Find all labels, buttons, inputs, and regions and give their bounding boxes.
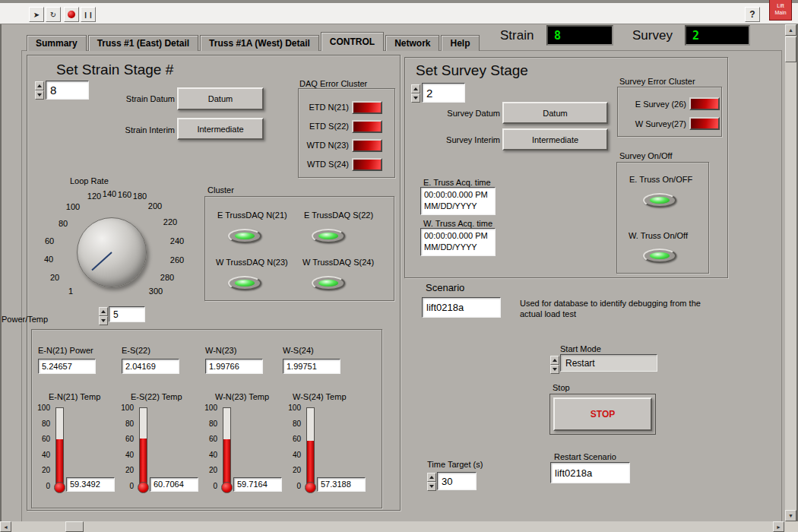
scale-tick: 40: [286, 451, 301, 459]
time-target-input[interactable]: [437, 472, 477, 490]
scroll-left-icon[interactable]: ◄: [0, 521, 11, 532]
start-mode-ring[interactable]: Restart: [560, 354, 657, 372]
thermometer-bulb: [54, 482, 65, 493]
power-value-display: 1.99751: [283, 359, 340, 374]
badge-line2: Main: [770, 9, 791, 16]
scale-tick: 80: [286, 420, 301, 428]
power-label: E-N(21) Power: [38, 346, 93, 356]
start-mode-stepper[interactable]: [550, 356, 559, 371]
daq-led-label: WTD S(24): [302, 160, 349, 169]
power-label: E-S(22): [122, 346, 150, 356]
thermometer-e-n21: 100 80 60 40 20 0 59.3492: [35, 404, 116, 505]
cluster-led-label: E TrussDAQ S(22): [304, 211, 373, 220]
horizontal-scroll-thumb[interactable]: [65, 521, 84, 532]
scroll-down-icon[interactable]: ▼: [785, 510, 796, 521]
strain-datum-button[interactable]: Datum: [177, 87, 264, 110]
survey-stage-display: 2: [685, 25, 750, 46]
scenario-input[interactable]: [422, 297, 501, 318]
knob-tick-label: 80: [59, 219, 68, 228]
time-target-stepper[interactable]: [427, 473, 436, 489]
restart-scenario-input[interactable]: [550, 462, 630, 483]
loop-rate-increment-icon[interactable]: [99, 307, 108, 316]
scale-tick: 0: [202, 483, 217, 490]
stop-button[interactable]: STOP: [553, 397, 652, 431]
scroll-up-icon[interactable]: ▲: [785, 24, 796, 36]
strain-stage-decrement-icon[interactable]: [35, 90, 44, 100]
survey-stage-stepper[interactable]: [411, 84, 420, 103]
scroll-right-icon[interactable]: ►: [773, 521, 784, 532]
power-temp-label: Power/Temp: [2, 315, 48, 325]
wtd-s24-led: [352, 158, 382, 171]
tab-truss1-east-detail[interactable]: Truss #1 (East) Detail: [88, 35, 198, 51]
abort-icon: [68, 11, 75, 18]
set-survey-stage-panel: Set Survey Stage Survey Datum Datum Surv…: [404, 57, 728, 278]
strain-interim-button[interactable]: Intermediate: [177, 118, 264, 140]
cluster-title: Cluster: [207, 185, 234, 195]
survey-datum-button[interactable]: Datum: [502, 102, 608, 124]
thermometer-tube: [55, 407, 64, 486]
badge-line1: Lift: [770, 2, 791, 9]
run-button[interactable]: ➤: [29, 7, 44, 22]
e-trussdaq-n21-led[interactable]: [228, 229, 261, 243]
loop-rate-decrement-icon[interactable]: [99, 316, 108, 325]
time-target-decrement-icon[interactable]: [427, 482, 436, 491]
loop-rate-stepper[interactable]: [99, 307, 108, 322]
scale-tick: 80: [35, 420, 50, 428]
tab-summary[interactable]: Summary: [27, 35, 87, 51]
strain-stage-increment-icon[interactable]: [35, 81, 44, 90]
knob-tick-label: 160: [118, 190, 131, 199]
tab-help[interactable]: Help: [441, 35, 479, 51]
survey-stage-increment-icon[interactable]: [411, 84, 420, 93]
start-mode-increment-icon[interactable]: [550, 356, 559, 365]
horizontal-scrollbar[interactable]: ◄ ►: [0, 521, 785, 532]
e-trussdaq-s22-led[interactable]: [312, 229, 345, 243]
survey-stage-decrement-icon[interactable]: [411, 93, 420, 103]
thermometer-fill: [307, 441, 314, 485]
e-truss-onoff-switch[interactable]: [643, 193, 676, 207]
time-target-label: Time Target (s): [427, 460, 483, 470]
stop-button-frame: STOP: [549, 394, 656, 435]
knob-tick-label: 180: [133, 192, 147, 201]
tab-control[interactable]: CONTROL: [321, 32, 384, 51]
e-truss-onoff-label: E. Truss On/OFF: [629, 175, 692, 185]
power-value-display: 1.99766: [205, 359, 263, 374]
strain-indicator-label: Strain: [500, 28, 534, 43]
survey-stage-input[interactable]: [422, 83, 465, 103]
vertical-scrollbar[interactable]: ▲ ▼: [785, 24, 796, 521]
w-truss-onoff-switch[interactable]: [643, 249, 676, 263]
thermometer-bulb: [138, 482, 149, 493]
vertical-scroll-thumb[interactable]: [785, 36, 796, 62]
help-button[interactable]: ?: [745, 7, 760, 22]
start-mode-decrement-icon[interactable]: [550, 365, 559, 374]
cluster-led-label: W TrussDAQ N(23): [216, 258, 288, 268]
e-truss-acq-time-display: 00:00:00.000 PM MM/DD/YYYY: [420, 187, 496, 215]
w-trussdaq-n23-led[interactable]: [228, 276, 261, 290]
survey-panel-title: Set Survey Stage: [416, 62, 528, 79]
scale-tick: 60: [35, 435, 50, 443]
toolbar: ➤ ↻ ❙❙ ?: [0, 0, 798, 24]
tab-network[interactable]: Network: [385, 35, 439, 51]
time-target-increment-icon[interactable]: [427, 473, 436, 482]
w-trussdaq-s24-led[interactable]: [312, 276, 345, 290]
scenario-note: Used for database to identify debugging …: [520, 298, 710, 319]
power-temp-box: E-N(21) Power E-S(22) W-N(23) W-S(24) 5.…: [31, 329, 382, 508]
thermometer-fill: [56, 439, 63, 485]
abort-button[interactable]: [64, 7, 79, 22]
w-truss-acq-time-display: 00:00:00.000 PM MM/DD/YYYY: [420, 228, 496, 256]
survey-interim-label: Survey Interim: [426, 135, 500, 145]
strain-stage-stepper[interactable]: [35, 81, 44, 100]
thermometer-bulb: [305, 482, 316, 493]
scale-tick: 20: [119, 467, 134, 474]
thermometer-e-s22: 100 80 60 40 20 0 60.7064: [119, 404, 199, 505]
strain-stage-input[interactable]: [46, 81, 89, 100]
tab-bar: Summary Truss #1 (East) Detail Truss #1A…: [27, 32, 481, 51]
tab-truss1a-west-detail[interactable]: Truss #1A (West) Detail: [200, 35, 319, 51]
thermometer-w-s24: 100 80 60 40 20 0 57.3188: [286, 404, 366, 505]
power-value-display: 5.24657: [38, 359, 96, 374]
survey-interim-button[interactable]: Intermediate: [502, 128, 608, 150]
thermometer-bulb: [221, 482, 233, 493]
pause-button[interactable]: ❙❙: [81, 7, 96, 22]
run-continuous-button[interactable]: ↻: [46, 7, 61, 22]
thermometer-fill: [140, 439, 147, 485]
loop-rate-input[interactable]: [109, 306, 145, 322]
